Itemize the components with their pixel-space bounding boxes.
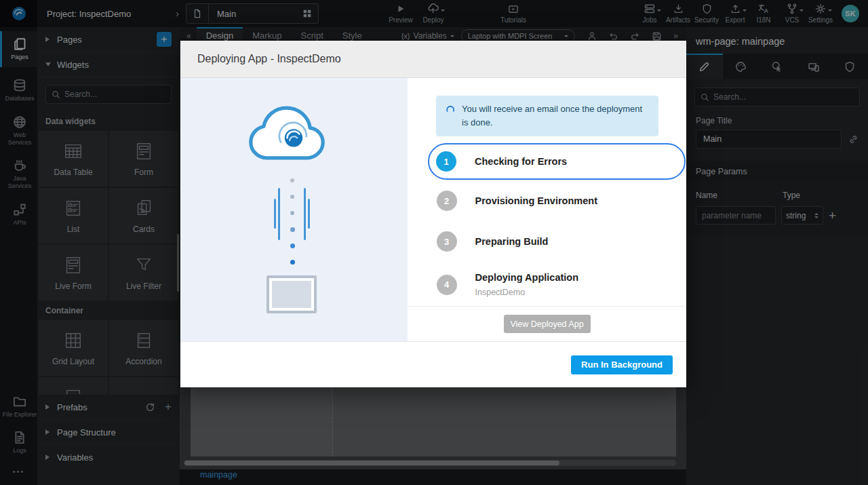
deploy-progress-dot: [290, 195, 294, 199]
step-checking-for-errors: 1 Checking for Errors: [428, 143, 686, 180]
run-in-background-button[interactable]: Run In Background: [571, 355, 673, 374]
deploy-progress-dot: [290, 260, 295, 265]
step-number-badge: 2: [437, 191, 457, 211]
step-preparing-build: 3 Preparing Build: [428, 231, 686, 252]
spinner-icon: [446, 104, 455, 115]
dialog-footer: Run In Background: [180, 341, 686, 387]
deploy-stream-line: [274, 199, 276, 229]
step-number-badge: 3: [437, 231, 457, 252]
dialog-title: Deploying App - InspectDemo: [180, 41, 686, 78]
view-deployed-row: View Deployed App: [408, 306, 686, 341]
deploy-stream-line: [278, 188, 280, 240]
deploy-progress-dot: [290, 227, 295, 232]
deploy-illustration: [180, 78, 408, 341]
device-screen-illustration: [267, 275, 317, 313]
step-provisioning-environment: 2 Provisioning Environment: [428, 191, 686, 211]
deploy-info-banner: You will receive an email once the deplo…: [436, 96, 658, 136]
deploy-dialog: Deploying App - InspectDemo: [180, 41, 686, 387]
step-number-badge: 1: [436, 151, 456, 172]
cloud-illustration-icon: [240, 97, 347, 170]
deploy-progress-dot: [290, 178, 294, 182]
deploy-progress-dot: [290, 244, 295, 248]
deploy-stream-line: [308, 199, 310, 229]
deploy-app-name: InspectDemo: [475, 288, 579, 297]
step-deploying-application: 4 Deploying Application InspectDemo: [428, 272, 686, 297]
deploy-progress-dot: [290, 211, 294, 215]
view-deployed-app-button[interactable]: View Deployed App: [504, 315, 591, 333]
deploy-stream-line: [304, 188, 306, 240]
step-number-badge: 4: [437, 275, 457, 295]
